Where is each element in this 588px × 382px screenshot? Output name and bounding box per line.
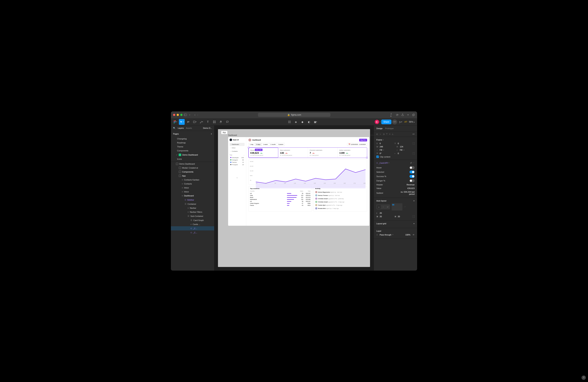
layer-root[interactable]: Demo Dashboard bbox=[171, 162, 214, 166]
dev-mode-icon[interactable]: </> bbox=[392, 119, 397, 124]
swap-icon[interactable]: ⇄ bbox=[410, 162, 412, 164]
maximize-icon[interactable] bbox=[180, 114, 183, 116]
sidebar-item[interactable]: ▫Contacts bbox=[230, 150, 245, 153]
rotation-input[interactable]: 0° bbox=[380, 152, 382, 154]
gap-v-input[interactable]: 20 bbox=[380, 212, 382, 214]
more-icon[interactable]: ⋯ bbox=[413, 162, 415, 164]
page-item[interactable]: Roadmap bbox=[171, 141, 214, 145]
layer-item[interactable]: ◇Sidebar bbox=[171, 198, 214, 202]
frame-label[interactable]: App bbox=[221, 131, 227, 134]
layer-item[interactable]: App bbox=[171, 174, 214, 178]
union-icon[interactable]: ▣▾ bbox=[313, 119, 318, 125]
filter-option[interactable]: Custom bbox=[277, 143, 285, 146]
toggle[interactable] bbox=[410, 179, 415, 182]
canvas[interactable]: App Dashboard Inbox Saas UI ▫Dashboard▫I… bbox=[214, 126, 374, 270]
add-page-icon[interactable]: + bbox=[211, 133, 212, 135]
vertical-icon[interactable]: ↓ bbox=[377, 205, 381, 209]
page-item[interactable]: Theme bbox=[171, 145, 214, 149]
kpi-card[interactable]: Active customers1199 ↑ 8%vs. 1199 last p… bbox=[337, 148, 367, 158]
layer-item[interactable]: ◇_C... bbox=[171, 230, 214, 235]
y-input[interactable]: 0 bbox=[398, 142, 399, 145]
layer-item[interactable]: ≡Contacts Kanban bbox=[171, 178, 214, 182]
alignment-grid[interactable] bbox=[392, 203, 402, 210]
figma-menu-icon[interactable]: ▾ bbox=[172, 119, 178, 125]
layer-item[interactable]: ☰Sub-Container bbox=[171, 214, 214, 218]
toggle[interactable] bbox=[410, 171, 415, 173]
align-top-icon[interactable]: ⊤ bbox=[386, 133, 388, 135]
user-avatar[interactable]: E bbox=[375, 120, 379, 124]
text-tool-icon[interactable]: T bbox=[205, 119, 211, 125]
ai-label[interactable]: A? bbox=[404, 121, 407, 123]
tag-item[interactable]: Partner12 bbox=[230, 161, 245, 164]
x-input[interactable]: 0 bbox=[380, 142, 381, 145]
tag-item[interactable]: Designer83 bbox=[230, 159, 245, 161]
tag-item[interactable]: Developer210 bbox=[230, 156, 245, 159]
tab-prototype[interactable]: Prototype bbox=[385, 127, 394, 130]
align-left-icon[interactable]: ⊏ bbox=[376, 133, 378, 135]
frame-tool-icon[interactable]: #▾ bbox=[185, 119, 191, 125]
prop-value[interactable]: €39,623 bbox=[407, 187, 415, 189]
share-icon[interactable] bbox=[401, 114, 404, 116]
kpi-card[interactable]: New customers130 ↓ 8%vs. 34,234 last per… bbox=[278, 148, 308, 158]
position-icon[interactable]: ⛶ bbox=[413, 142, 415, 145]
tab-assets[interactable]: Assets bbox=[186, 127, 192, 129]
grid-icon[interactable] bbox=[287, 119, 292, 125]
file-name[interactable]: Demo D... bbox=[203, 127, 212, 129]
kpi-card[interactable]: Churned customers7 ↓ 8%vs. 3 last period bbox=[308, 148, 338, 158]
prop-value[interactable]: Revenue bbox=[407, 184, 415, 186]
layer-item[interactable]: ≡Navbar bbox=[171, 206, 214, 210]
sidebar-item[interactable]: ▫Dashboard bbox=[230, 143, 245, 146]
user-avatar-icon[interactable] bbox=[248, 138, 251, 141]
filter-option[interactable]: 1 month bbox=[269, 143, 277, 146]
corner-input[interactable]: 0 bbox=[398, 152, 399, 154]
contrast-icon[interactable]: ◐ bbox=[306, 119, 312, 125]
minimize-icon[interactable] bbox=[177, 114, 179, 116]
new-tab-icon[interactable]: + bbox=[407, 114, 410, 116]
toggle[interactable] bbox=[410, 166, 415, 169]
tab-design[interactable]: Design bbox=[376, 127, 382, 130]
tag-item[interactable]: Prospect23 bbox=[230, 164, 245, 166]
layer-item[interactable]: ≡Dashboard bbox=[171, 194, 214, 198]
layer-item[interactable]: ◇_C... bbox=[171, 226, 214, 230]
dashboard-artboard[interactable]: Saas UI ▫Dashboard▫Inbox▫Contacts Tags⌄ … bbox=[228, 137, 369, 226]
chevron-down-icon[interactable]: ▾ bbox=[380, 121, 380, 123]
move-tool-icon[interactable]: ▾ bbox=[179, 119, 185, 125]
date-range[interactable]: 📅 12/20/2023 - 1/19/2024 bbox=[347, 143, 367, 146]
layer-item[interactable]: ≡Inbox bbox=[171, 190, 214, 194]
nav-forward-icon[interactable]: › bbox=[197, 113, 198, 116]
eye-icon[interactable]: 👁 bbox=[413, 234, 415, 236]
layer-item[interactable]: ≡Contacts bbox=[171, 182, 214, 186]
kpi-card[interactable]: Revenue€39,623 ↑ 8%vs. €34.234 last peri… bbox=[249, 148, 278, 158]
url-bar[interactable]: 🔒 figma.com bbox=[258, 113, 330, 117]
tabs-icon[interactable] bbox=[412, 114, 415, 116]
wrap-icon[interactable]: ↩ bbox=[386, 205, 389, 209]
mask-icon[interactable]: ◈ bbox=[293, 119, 299, 125]
hand-tool-icon[interactable] bbox=[218, 119, 224, 125]
add-icon[interactable]: + bbox=[414, 200, 415, 202]
align-bottom-icon[interactable]: ⊥ bbox=[392, 133, 394, 135]
layer-item[interactable]: ≡Cards ... bbox=[171, 222, 214, 226]
layer-item[interactable]: ≡Navbar Filters bbox=[171, 210, 214, 214]
filter-option[interactable]: 3 days bbox=[255, 143, 262, 146]
component-name[interactable]: _Card-KPI bbox=[378, 162, 388, 164]
nav-back-icon[interactable]: ‹ bbox=[194, 113, 195, 116]
pad-h-input[interactable]: 20 bbox=[380, 215, 382, 218]
filter-option[interactable]: 1 week bbox=[262, 143, 269, 146]
prop-value[interactable]: vs. €34.234 last period bbox=[395, 191, 415, 195]
pad-v-input[interactable]: 20 bbox=[398, 215, 400, 218]
sidebar-item[interactable]: ▫Inbox bbox=[230, 146, 245, 149]
pad-detail-icon[interactable]: ⛶ bbox=[413, 215, 415, 218]
layer-item[interactable]: Components bbox=[171, 170, 214, 174]
kpi-row[interactable]: Revenue€39,623 ↑ 8%vs. €34.234 last peri… bbox=[248, 147, 367, 158]
resize-v[interactable]: Fill bbox=[400, 149, 402, 151]
corner-detail-icon[interactable]: ⛶ bbox=[413, 152, 415, 154]
collapse-icon[interactable]: « bbox=[230, 177, 245, 179]
sidebar-icon[interactable] bbox=[184, 114, 187, 116]
chevron-down-icon[interactable]: ▾ bbox=[188, 114, 191, 116]
layer-item[interactable]: Modal: Created at bbox=[171, 166, 214, 170]
opacity-input[interactable]: 100% bbox=[405, 234, 410, 236]
blend-mode[interactable]: Pass through bbox=[380, 234, 391, 236]
h-input[interactable]: 124 bbox=[400, 146, 403, 148]
comment-tool-icon[interactable] bbox=[225, 119, 230, 125]
page-item[interactable]: Components bbox=[171, 149, 214, 153]
